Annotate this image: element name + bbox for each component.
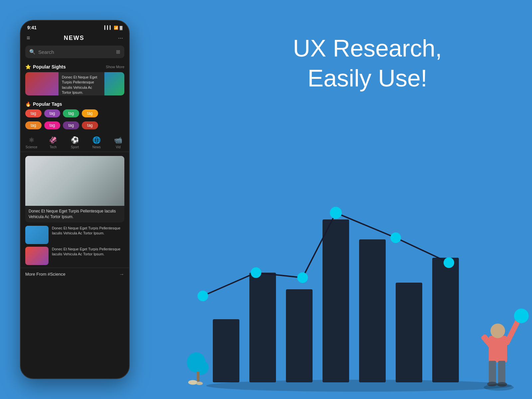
more-from-text: More From #Science [25, 272, 66, 277]
signal-icon: ▎▎▎ [104, 26, 112, 30]
tag-6[interactable]: tag [44, 121, 61, 129]
svg-rect-4 [323, 219, 349, 382]
star-icon: ⭐ [25, 64, 31, 69]
status-time: 9:41 [27, 25, 37, 30]
tag-2[interactable]: tag [44, 109, 61, 117]
tag-5[interactable]: tag [25, 121, 42, 129]
sport-label: Sport [71, 145, 79, 149]
list-article-1[interactable]: Donec Et Neque Eget Turpis Pellentesque … [25, 226, 124, 244]
lab-image [25, 156, 124, 206]
svg-point-13 [444, 257, 454, 268]
app-title: NEWS [64, 35, 84, 42]
popular-sights-title: ⭐ Popular Sights [25, 64, 66, 69]
right-panel: UX Research, Easily Use! [166, 0, 532, 399]
headline-line2: Easily Use! [209, 63, 525, 93]
svg-rect-2 [249, 273, 276, 382]
search-input[interactable]: Search [38, 49, 113, 55]
chart-illustration [183, 150, 532, 399]
svg-point-8 [198, 291, 208, 301]
more-icon[interactable]: ··· [118, 35, 123, 42]
popular-sights-header: ⭐ Popular Sights Show More [21, 63, 129, 72]
tags-row-2: tag tag tag tag [21, 121, 129, 129]
status-bar: 9:41 ▎▎▎ 📶 ▓ [21, 21, 129, 31]
svg-rect-3 [286, 289, 313, 382]
list-article-2[interactable]: Donec Et Neque Eget Turpis Pellentesque … [25, 247, 124, 265]
tab-news[interactable]: 🌐 News [86, 133, 107, 152]
svg-point-9 [251, 267, 261, 278]
tech-label: Tech [50, 145, 57, 149]
top-nav: ≡ NEWS ··· [21, 31, 129, 46]
main-article-image [25, 156, 124, 206]
main-article-caption: Donec Et Neque Eget Turpis Pellentesque … [25, 206, 124, 222]
tab-tech[interactable]: 🦑 Tech [42, 133, 64, 152]
svg-point-11 [330, 207, 342, 219]
phone-mockup: 9:41 ▎▎▎ 📶 ▓ ≡ NEWS ··· 🔍 [20, 20, 130, 379]
headline: UX Research, Easily Use! [209, 33, 525, 93]
video-label: Vid [116, 145, 120, 149]
wifi-icon: 📶 [114, 26, 118, 30]
science-label: Science [26, 145, 38, 149]
svg-rect-1 [213, 319, 239, 382]
svg-rect-7 [432, 258, 459, 382]
category-tabs: ⚛ Science 🦑 Tech ⚽ Sport 🌐 News [21, 133, 129, 152]
svg-point-18 [196, 382, 203, 385]
svg-line-24 [507, 319, 519, 342]
science-icon: ⚛ [29, 136, 35, 144]
more-from-arrow: → [119, 271, 124, 277]
tags-row-1: tag tag tag tag [21, 109, 129, 117]
svg-point-15 [194, 360, 208, 375]
svg-rect-5 [359, 239, 386, 382]
news-label: News [92, 145, 101, 149]
svg-rect-16 [197, 372, 200, 382]
svg-rect-6 [396, 283, 422, 382]
video-icon: 📹 [114, 136, 122, 144]
list-text-1: Donec Et Neque Eget Turpis Pellentesque … [52, 226, 124, 236]
search-bar[interactable]: 🔍 Search ⊞ [25, 46, 124, 58]
sights-image-left [25, 72, 59, 95]
tab-science[interactable]: ⚛ Science [21, 133, 42, 152]
fire-icon: 🔥 [25, 101, 31, 107]
search-icon: 🔍 [29, 49, 36, 55]
sport-icon: ⚽ [71, 136, 79, 144]
tag-4[interactable]: tag [82, 109, 98, 117]
tag-1[interactable]: tag [25, 109, 42, 117]
popular-tags-header: 🔥 Popular Tags [21, 100, 129, 109]
news-icon: 🌐 [92, 136, 101, 144]
tech-icon: 🦑 [49, 136, 57, 144]
svg-rect-22 [498, 361, 505, 384]
svg-point-28 [484, 384, 514, 391]
filter-icon[interactable]: ⊞ [116, 49, 120, 55]
tag-3[interactable]: tag [63, 109, 79, 117]
svg-rect-21 [489, 361, 496, 384]
svg-point-25 [514, 309, 529, 323]
svg-point-20 [490, 324, 505, 338]
tab-video[interactable]: 📹 Vid [107, 133, 129, 152]
list-text-2: Donec Et Neque Eget Turpis Pellentesque … [52, 247, 124, 257]
show-more-button[interactable]: Show More [106, 65, 124, 69]
sights-image-right [104, 72, 124, 95]
tag-7[interactable]: tag [63, 121, 79, 129]
tab-sport[interactable]: ⚽ Sport [64, 133, 85, 152]
svg-point-10 [297, 272, 308, 283]
battery-icon: ▓ [120, 26, 122, 30]
svg-point-17 [188, 380, 198, 385]
more-from[interactable]: More From #Science → [21, 268, 129, 281]
main-article[interactable]: Donec Et Neque Eget Turpis Pellentesque … [25, 156, 124, 222]
notch [51, 23, 90, 31]
sights-text: Donec Et Neque Eget Turpis Pellentesque … [59, 72, 104, 95]
sights-card[interactable]: Donec Et Neque Eget Turpis Pellentesque … [25, 72, 124, 95]
headline-line1: UX Research, [209, 33, 525, 63]
list-thumb-1 [25, 226, 49, 244]
menu-icon[interactable]: ≡ [27, 35, 30, 42]
list-thumb-2 [25, 247, 49, 265]
app-content: ≡ NEWS ··· 🔍 Search ⊞ ⭐ Popular Sights [21, 31, 129, 281]
popular-tags-title: 🔥 Popular Tags [25, 101, 62, 107]
status-icons: ▎▎▎ 📶 ▓ [104, 26, 122, 30]
svg-point-12 [390, 232, 401, 243]
tag-8[interactable]: tag [82, 121, 98, 129]
